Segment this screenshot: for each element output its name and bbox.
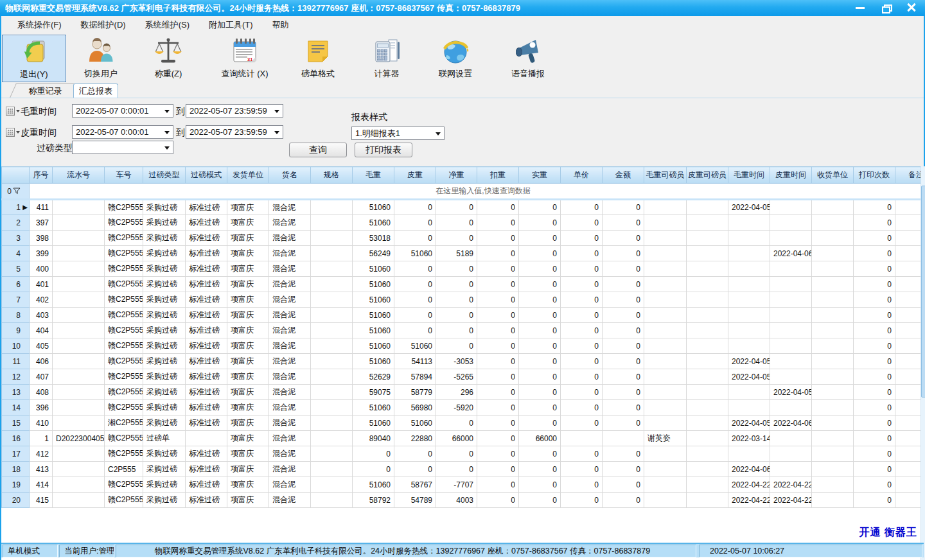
table-row[interactable]: 2397赣C2P555采购过磅标准过磅项富庆混合泥510600000000 bbox=[2, 215, 921, 231]
cell[interactable]: 0 bbox=[854, 338, 895, 354]
cell[interactable]: 混合泥 bbox=[269, 261, 311, 277]
cell[interactable]: 0 bbox=[561, 277, 603, 292]
menu-item[interactable]: 帮助 bbox=[263, 17, 299, 33]
cell[interactable]: 51060 bbox=[353, 277, 394, 292]
cell[interactable] bbox=[687, 246, 728, 261]
cell[interactable]: 0 bbox=[477, 354, 519, 369]
cell[interactable]: 赣C2P555 bbox=[105, 431, 143, 446]
cell[interactable] bbox=[311, 446, 353, 462]
cell[interactable] bbox=[728, 338, 770, 354]
cell[interactable]: 标准过磅 bbox=[186, 416, 227, 431]
cell[interactable]: 标准过磅 bbox=[186, 292, 227, 308]
table-row[interactable]: 7402赣C2P555采购过磅标准过磅项富庆混合泥510600000000 bbox=[2, 292, 921, 308]
cell[interactable] bbox=[895, 369, 921, 385]
cell[interactable]: 58792 bbox=[353, 493, 394, 508]
column-header[interactable]: 货名 bbox=[269, 167, 311, 184]
cell[interactable]: 0 bbox=[854, 200, 895, 215]
cell[interactable]: 赣C2P555 bbox=[105, 200, 143, 215]
cell[interactable]: 2022-04-22 bbox=[728, 477, 770, 493]
cell[interactable]: 51060 bbox=[394, 416, 436, 431]
cell[interactable]: 0 bbox=[353, 446, 394, 462]
cell[interactable] bbox=[53, 338, 105, 354]
cell[interactable]: 0 bbox=[854, 385, 895, 400]
cell[interactable] bbox=[687, 446, 728, 462]
cell[interactable]: 0 bbox=[603, 246, 644, 261]
cell[interactable]: 2022-04-06 bbox=[770, 246, 812, 261]
cell[interactable]: 0 bbox=[603, 446, 644, 462]
cell[interactable] bbox=[770, 323, 812, 338]
row-number[interactable]: 7 bbox=[2, 292, 30, 308]
cell[interactable] bbox=[644, 261, 687, 277]
row-number[interactable]: 19 bbox=[2, 477, 30, 493]
cell[interactable]: 采购过磅 bbox=[143, 246, 186, 261]
cell[interactable] bbox=[812, 261, 854, 277]
cell[interactable]: 项富庆 bbox=[227, 400, 269, 416]
cell[interactable] bbox=[770, 277, 812, 292]
cell[interactable] bbox=[644, 231, 687, 246]
cell[interactable] bbox=[53, 354, 105, 369]
cell[interactable]: 1 bbox=[30, 431, 53, 446]
cell[interactable]: 0 bbox=[561, 323, 603, 338]
cell[interactable]: 0 bbox=[353, 462, 394, 477]
column-header[interactable]: 序号 bbox=[30, 167, 53, 184]
cell[interactable]: 407 bbox=[30, 369, 53, 385]
row-number[interactable]: 20 bbox=[2, 493, 30, 508]
cell[interactable]: 0 bbox=[519, 462, 561, 477]
cell[interactable] bbox=[812, 354, 854, 369]
cell[interactable] bbox=[812, 462, 854, 477]
cell[interactable] bbox=[687, 431, 728, 446]
cell[interactable]: 混合泥 bbox=[269, 323, 311, 338]
cell[interactable] bbox=[53, 246, 105, 261]
cell[interactable]: 采购过磅 bbox=[143, 354, 186, 369]
cell[interactable] bbox=[728, 261, 770, 277]
cell[interactable]: 0 bbox=[519, 385, 561, 400]
cell[interactable]: 0 bbox=[854, 369, 895, 385]
cell[interactable]: 0 bbox=[477, 323, 519, 338]
cell[interactable]: 0 bbox=[436, 292, 477, 308]
cell[interactable]: 22880 bbox=[394, 431, 436, 446]
cell[interactable] bbox=[812, 246, 854, 261]
cell[interactable] bbox=[812, 231, 854, 246]
cell[interactable] bbox=[687, 354, 728, 369]
cell[interactable]: 项富庆 bbox=[227, 385, 269, 400]
cell[interactable] bbox=[53, 277, 105, 292]
cell[interactable]: 0 bbox=[519, 400, 561, 416]
column-header[interactable]: 皮重时间 bbox=[770, 167, 812, 184]
dropdown-arrow-icon[interactable] bbox=[164, 131, 170, 134]
cell[interactable] bbox=[687, 323, 728, 338]
cell[interactable] bbox=[728, 277, 770, 292]
toolbar-button-exit[interactable]: 退出(Y) bbox=[2, 35, 66, 82]
cell[interactable]: 406 bbox=[30, 354, 53, 369]
cell[interactable]: 混合泥 bbox=[269, 400, 311, 416]
cell[interactable]: 0 bbox=[603, 277, 644, 292]
cell[interactable] bbox=[895, 200, 921, 215]
cell[interactable]: 0 bbox=[603, 369, 644, 385]
cell[interactable]: 0 bbox=[603, 493, 644, 508]
toolbar-button-switch-user[interactable]: 切换用户 bbox=[70, 35, 132, 82]
cell[interactable]: 标准过磅 bbox=[186, 462, 227, 477]
cell[interactable]: 0 bbox=[603, 308, 644, 323]
table-row[interactable]: 4399赣C2P555采购过磅标准过磅项富庆混合泥562495106051890… bbox=[2, 246, 921, 261]
cell[interactable]: 项富庆 bbox=[227, 231, 269, 246]
cell[interactable]: 混合泥 bbox=[269, 446, 311, 462]
cell[interactable] bbox=[53, 416, 105, 431]
cell[interactable] bbox=[644, 246, 687, 261]
cell[interactable]: 51060 bbox=[353, 477, 394, 493]
cell[interactable]: 赣C2P555 bbox=[105, 385, 143, 400]
cell[interactable]: 0 bbox=[436, 261, 477, 277]
cell[interactable]: 403 bbox=[30, 308, 53, 323]
cell[interactable]: 0 bbox=[519, 277, 561, 292]
cell[interactable]: 0 bbox=[394, 200, 436, 215]
cell[interactable]: 混合泥 bbox=[269, 215, 311, 231]
cell[interactable]: 0 bbox=[854, 446, 895, 462]
cell[interactable] bbox=[53, 477, 105, 493]
cell[interactable]: 项富庆 bbox=[227, 261, 269, 277]
column-header[interactable]: 打印次数 bbox=[854, 167, 895, 184]
gross-time-to-combobox[interactable]: 2022-05-07 23:59:59 bbox=[186, 104, 283, 118]
toolbar-button-calculator[interactable]: 计算器 bbox=[356, 35, 418, 82]
cell[interactable] bbox=[770, 462, 812, 477]
cell[interactable] bbox=[687, 277, 728, 292]
cell[interactable] bbox=[687, 231, 728, 246]
cell[interactable]: 0 bbox=[394, 446, 436, 462]
cell[interactable]: 0 bbox=[603, 477, 644, 493]
